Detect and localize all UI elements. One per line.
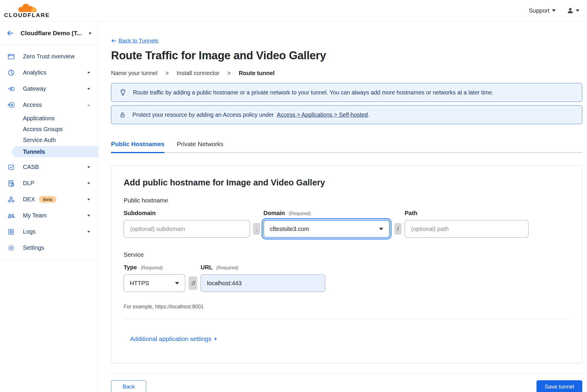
save-tunnel-button[interactable]: Save tunnel xyxy=(536,380,582,392)
chevron-down-icon xyxy=(88,166,90,168)
card-heading: Add public hostname for Image and Video … xyxy=(124,178,570,187)
left-arrow-icon xyxy=(111,38,116,43)
sidebar-item-label: Gateway xyxy=(23,85,46,92)
chevron-right-icon xyxy=(215,337,217,340)
sidebar-item-zero-trust-overview[interactable]: Zero Trust overview xyxy=(0,48,98,65)
url-label: URL xyxy=(201,264,213,271)
service-type-value: HTTPS xyxy=(130,280,149,287)
domain-select[interactable]: cftestsite3.com xyxy=(263,220,390,238)
chevron-down-icon xyxy=(88,215,90,217)
sidebar-item-access-groups[interactable]: Access Groups xyxy=(0,124,98,135)
sidebar-item-label: CASB xyxy=(23,164,39,170)
sidebar-item-access[interactable]: Access xyxy=(0,97,98,113)
sidebar-divider xyxy=(0,259,98,260)
tab-private-networks[interactable]: Private Networks xyxy=(177,141,223,153)
sidebar-item-dex[interactable]: DEX Beta xyxy=(0,191,98,207)
url-required-hint: (Required) xyxy=(216,265,238,270)
back-to-tunnels-link[interactable]: Back to Tunnels xyxy=(111,38,158,44)
sidebar-item-analytics[interactable]: Analytics xyxy=(0,65,98,81)
additional-settings-label: Additional application settings xyxy=(130,335,211,342)
step-separator: > xyxy=(165,70,169,77)
footer-divider xyxy=(111,373,582,374)
wizard-steps: Name your tunnel > Install connector > R… xyxy=(111,70,582,77)
tab-public-hostnames[interactable]: Public Hostnames xyxy=(111,141,164,153)
protect-banner-text: Protect your resource by adding an Acces… xyxy=(132,111,274,118)
pie-chart-icon xyxy=(7,69,15,77)
browser-window-icon xyxy=(7,53,15,60)
sidebar-subitem-label: Tunnels xyxy=(23,148,45,155)
sidebar-nav: Zero Trust overview Analytics Gateway xyxy=(0,45,98,260)
chevron-down-icon xyxy=(88,231,90,233)
step-separator: > xyxy=(227,70,231,77)
network-nodes-icon xyxy=(7,195,15,203)
sidebar-item-service-auth[interactable]: Service Auth xyxy=(0,135,98,146)
sidebar-item-dlp[interactable]: DLP xyxy=(0,175,98,191)
path-label: Path xyxy=(405,210,529,217)
service-url-input[interactable] xyxy=(201,274,325,292)
logs-icon xyxy=(7,228,15,236)
sidebar: Cloudflare Demo (T... Zero Trust overvie… xyxy=(0,21,98,392)
sidebar-item-label: Logs xyxy=(23,228,36,235)
sidebar-item-my-team[interactable]: My Team xyxy=(0,207,98,224)
chevron-down-icon xyxy=(88,72,90,74)
access-applications-link[interactable]: Access > Applications > Self-hosted xyxy=(277,111,368,118)
top-bar: CLOUDFLARE Support xyxy=(0,0,587,21)
chevron-right-icon[interactable] xyxy=(90,32,91,35)
sidebar-item-settings[interactable]: Settings xyxy=(0,240,98,256)
path-input[interactable] xyxy=(405,220,529,238)
chevron-down-icon xyxy=(552,9,556,12)
back-link-label: Back to Tunnels xyxy=(119,38,158,44)
tab-bar: Public Hostnames Private Networks xyxy=(111,141,582,153)
protect-banner-suffix: . xyxy=(368,111,369,118)
lightbulb-icon xyxy=(119,89,127,97)
gear-icon xyxy=(7,244,15,252)
sidebar-item-label: Access xyxy=(23,102,42,108)
sidebar-item-gateway[interactable]: Gateway xyxy=(0,81,98,97)
subdomain-label: Subdomain xyxy=(124,210,250,217)
chevron-down-icon xyxy=(379,228,383,230)
card-divider xyxy=(124,319,570,319)
cloudflare-cloud-icon xyxy=(14,3,41,13)
sidebar-item-label: Analytics xyxy=(23,69,46,76)
chevron-down-icon xyxy=(88,183,90,184)
slash-separator: / xyxy=(394,223,401,235)
cloudflare-wordmark: CLOUDFLARE xyxy=(4,12,50,18)
sidebar-item-applications[interactable]: Applications xyxy=(0,113,98,124)
domain-label: Domain xyxy=(263,210,285,216)
back-button[interactable]: Back xyxy=(111,380,146,392)
gateway-icon xyxy=(7,85,15,93)
sidebar-subitem-label: Applications xyxy=(23,115,55,122)
casb-icon xyxy=(7,163,15,171)
lock-icon xyxy=(119,111,126,119)
back-arrow-icon[interactable] xyxy=(6,29,14,37)
user-menu[interactable] xyxy=(567,7,579,14)
additional-settings-toggle[interactable]: Additional application settings xyxy=(130,335,217,342)
info-banner-text: Route traffic by adding a public hostnam… xyxy=(133,89,494,96)
dot-separator: . xyxy=(253,223,260,235)
chevron-down-icon xyxy=(576,9,579,12)
support-dropdown[interactable]: Support xyxy=(529,7,556,14)
info-banner: Route traffic by adding a public hostnam… xyxy=(111,83,582,102)
type-label: Type xyxy=(124,264,137,271)
domain-required-hint: (Required) xyxy=(289,211,311,216)
public-hostname-label: Public hostname xyxy=(124,197,570,204)
user-icon xyxy=(567,7,574,14)
service-type-select[interactable]: HTTPS xyxy=(124,274,185,292)
public-hostname-card: Add public hostname for Image and Video … xyxy=(111,165,582,363)
support-label: Support xyxy=(529,7,549,14)
document-lock-icon xyxy=(7,179,15,187)
scheme-separator: :// xyxy=(189,276,197,290)
step-install-connector[interactable]: Install connector xyxy=(177,70,220,77)
sidebar-item-label: DEX xyxy=(23,196,35,203)
sidebar-item-logs[interactable]: Logs xyxy=(0,224,98,240)
page-title: Route Traffic for Image and Video Galler… xyxy=(111,49,582,62)
sidebar-item-casb[interactable]: CASB xyxy=(0,159,98,175)
chevron-up-icon xyxy=(88,104,90,106)
main-content: Back to Tunnels Route Traffic for Image … xyxy=(98,21,587,392)
subdomain-input[interactable] xyxy=(124,220,250,238)
domain-select-value: cftestsite3.com xyxy=(270,226,309,232)
sidebar-item-tunnels[interactable]: Tunnels xyxy=(12,146,98,157)
sidebar-item-label: My Team xyxy=(23,212,47,219)
step-name-tunnel[interactable]: Name your tunnel xyxy=(111,70,157,77)
sidebar-item-label: Settings xyxy=(23,244,44,251)
